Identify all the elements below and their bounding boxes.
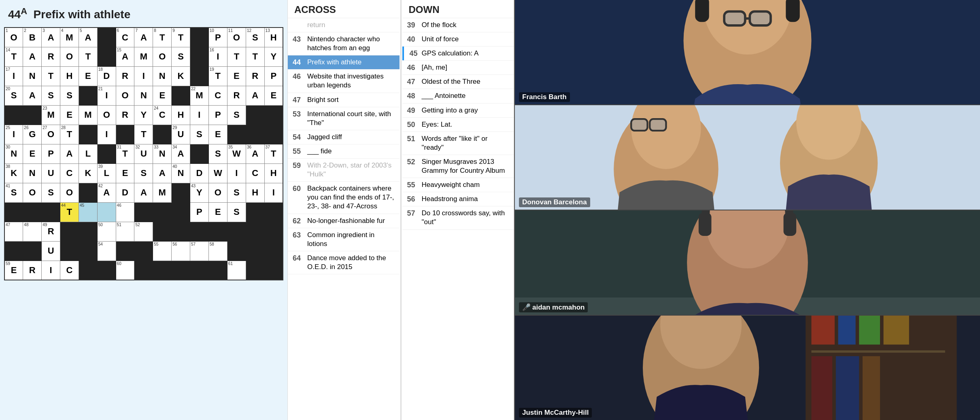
cell-3-8[interactable]: I — [134, 66, 153, 86]
cell-9-9[interactable]: M — [153, 183, 172, 202]
cell-5-11[interactable]: I — [190, 105, 208, 125]
cell-11-2[interactable]: 48 — [23, 222, 42, 241]
cell-3-7[interactable]: R — [116, 66, 134, 86]
down-clue-57[interactable]: 57 Do 10 crosswords say, with "out" — [402, 206, 514, 229]
cell-7-3[interactable]: P — [42, 144, 60, 163]
cell-9-3[interactable]: S — [42, 183, 60, 202]
down-clue-45[interactable]: 45 GPS calculation: A — [402, 47, 514, 61]
cell-8-8[interactable]: S — [134, 163, 153, 183]
across-clue-60[interactable]: 60 Backpack containers where you can fin… — [288, 182, 400, 214]
cell-1-12[interactable]: 10P — [208, 28, 227, 47]
cell-8-10[interactable]: 40N — [172, 163, 190, 183]
cell-9-6[interactable]: 42A — [97, 183, 116, 202]
cell-10-4-selected[interactable]: 44T — [60, 202, 79, 222]
cell-9-15[interactable]: I — [264, 183, 283, 202]
cell-11-6[interactable]: 50 — [97, 222, 116, 241]
cell-4-3[interactable]: S — [42, 86, 60, 105]
across-list[interactable]: return 43 Nintendo character who hatches… — [288, 18, 400, 420]
cell-12-12[interactable]: 58 — [208, 241, 227, 261]
across-clue-55[interactable]: 55 ___ fide — [288, 144, 400, 159]
crossword-grid[interactable]: 1O 2B 3A 4M 5A 6C 7A 8T 9T 10P 11O 12S 1… — [4, 27, 283, 280]
cell-5-3[interactable]: 23M — [42, 105, 60, 125]
cell-8-3[interactable]: U — [42, 163, 60, 183]
cell-10-7[interactable]: 46 — [116, 202, 134, 222]
cell-10-6-highlighted[interactable] — [97, 202, 116, 222]
across-clue-47[interactable]: 47 Bright sort — [288, 93, 400, 107]
cell-6-12[interactable]: E — [208, 125, 227, 144]
cell-9-1[interactable]: 41S — [4, 183, 23, 202]
cell-1-9[interactable]: 8T — [153, 28, 172, 47]
cell-7-13[interactable]: 35W — [227, 144, 246, 163]
cell-9-8[interactable]: A — [134, 183, 153, 202]
across-clue-44[interactable]: 44 Prefix with athlete — [288, 55, 400, 70]
cell-3-2[interactable]: N — [23, 66, 42, 86]
cell-13-2[interactable]: R — [23, 261, 42, 280]
down-clue-51[interactable]: 51 Words after "like it" or "ready" — [402, 132, 514, 155]
cell-13-3[interactable]: I — [42, 261, 60, 280]
cell-3-10[interactable]: K — [172, 66, 190, 86]
cell-5-7[interactable]: R — [116, 105, 134, 125]
cell-5-12[interactable]: P — [208, 105, 227, 125]
cell-4-2[interactable]: A — [23, 86, 42, 105]
cell-3-14[interactable]: R — [246, 66, 264, 86]
cell-10-13[interactable]: S — [227, 202, 246, 222]
cell-9-2[interactable]: O — [23, 183, 42, 202]
cell-1-10[interactable]: 9T — [172, 28, 190, 47]
cell-2-13[interactable]: T — [227, 47, 246, 66]
cell-13-4[interactable]: C — [60, 261, 79, 280]
cell-11-7[interactable]: 51 — [116, 222, 134, 241]
cell-8-14[interactable]: C — [246, 163, 264, 183]
cell-1-14[interactable]: 12S — [246, 28, 264, 47]
cell-7-9[interactable]: 33N — [153, 144, 172, 163]
cell-3-13[interactable]: E — [227, 66, 246, 86]
cell-4-7[interactable]: O — [116, 86, 134, 105]
cell-4-6[interactable]: 21I — [97, 86, 116, 105]
cell-11-8[interactable]: 52 — [134, 222, 153, 241]
cell-12-10[interactable]: 56 — [172, 241, 190, 261]
across-clue-43[interactable]: 43 Nintendo character who hatches from a… — [288, 32, 400, 55]
down-clue-49[interactable]: 49 Getting into a gray — [402, 104, 514, 118]
down-clue-40[interactable]: 40 Unit of force — [402, 32, 514, 47]
down-clue-56[interactable]: 56 Headstrong anima — [402, 192, 514, 206]
down-clue-47[interactable]: 47 Oldest of the Three — [402, 75, 514, 89]
cell-7-4[interactable]: A — [60, 144, 79, 163]
across-clue-64[interactable]: 64 Dance move added to the O.E.D. in 201… — [288, 251, 400, 274]
cell-8-1[interactable]: 38K — [4, 163, 23, 183]
cell-12-11[interactable]: 57 — [190, 241, 208, 261]
cell-11-1[interactable]: 47 — [4, 222, 23, 241]
cell-2-2[interactable]: A — [23, 47, 42, 66]
cell-9-4[interactable]: O — [60, 183, 79, 202]
down-clue-52[interactable]: 52 Singer Musgraves 2013 Grammy for Coun… — [402, 155, 514, 178]
cell-4-15[interactable]: E — [264, 86, 283, 105]
cell-4-4[interactable]: S — [60, 86, 79, 105]
cell-1-8[interactable]: 7A — [134, 28, 153, 47]
cell-9-14[interactable]: H — [246, 183, 264, 202]
cell-4-1[interactable]: 20S — [4, 86, 23, 105]
cell-13-13[interactable]: 61 — [227, 261, 246, 280]
cell-10-12[interactable]: E — [208, 202, 227, 222]
cell-1-15[interactable]: 13H — [264, 28, 283, 47]
cell-7-7[interactable]: 31T — [116, 144, 134, 163]
across-clue-63[interactable]: 63 Common ingredient in lotions — [288, 228, 400, 251]
cell-5-8[interactable]: Y — [134, 105, 153, 125]
cell-5-6[interactable]: O — [97, 105, 116, 125]
cell-5-5[interactable]: M — [79, 105, 97, 125]
cell-6-8[interactable]: T — [134, 125, 153, 144]
cell-2-8[interactable]: M — [134, 47, 153, 66]
cell-7-5[interactable]: L — [79, 144, 97, 163]
cell-1-4[interactable]: 4M — [60, 28, 79, 47]
cell-7-10[interactable]: 34A — [172, 144, 190, 163]
cell-4-11[interactable]: 22M — [190, 86, 208, 105]
cell-2-14[interactable]: T — [246, 47, 264, 66]
across-clue-62[interactable]: 62 No-longer-fashionable fur — [288, 214, 400, 228]
cell-3-5[interactable]: E — [79, 66, 97, 86]
cell-2-9[interactable]: O — [153, 47, 172, 66]
cell-12-6[interactable]: 54 — [97, 241, 116, 261]
cell-5-13[interactable]: S — [227, 105, 246, 125]
cell-2-5[interactable]: T — [79, 47, 97, 66]
cell-8-15[interactable]: H — [264, 163, 283, 183]
cell-6-10[interactable]: 29U — [172, 125, 190, 144]
cell-6-3[interactable]: 27O — [42, 125, 60, 144]
cell-8-7[interactable]: E — [116, 163, 134, 183]
cell-2-10[interactable]: S — [172, 47, 190, 66]
